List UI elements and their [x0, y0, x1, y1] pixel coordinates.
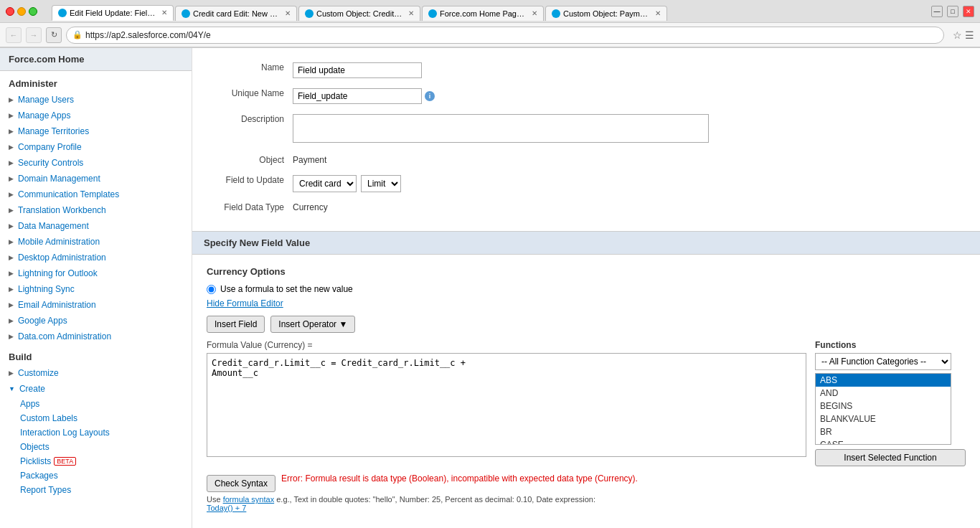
arrow-icon: ▶ [9, 159, 14, 166]
formula-syntax-link[interactable]: formula syntax [223, 495, 275, 504]
info-icon[interactable]: i [425, 91, 435, 101]
address-bar[interactable]: 🔒 https://ap2.salesforce.com/04Y/e [66, 27, 944, 44]
menu-icon[interactable]: ☰ [965, 29, 974, 41]
sidebar-item-google-apps[interactable]: ▶ Google Apps [0, 313, 192, 329]
tab-close[interactable]: ✕ [285, 9, 291, 17]
arrow-icon: ▶ [9, 369, 14, 377]
sidebar-item-label: Manage Apps [18, 110, 70, 121]
sidebar-item-company-profile[interactable]: ▶ Company Profile [0, 139, 192, 155]
sidebar-item-manage-territories[interactable]: ▶ Manage Territories [0, 123, 192, 139]
sidebar-item-manage-users[interactable]: ▶ Manage Users [0, 92, 192, 108]
sidebar-item-datacom-administration[interactable]: ▶ Data.com Administration [0, 329, 192, 344]
sidebar-item-data-management[interactable]: ▶ Data Management [0, 218, 192, 234]
nav-icons: ☆ ☰ [953, 29, 974, 41]
tab-force-home[interactable]: Force.com Home Page ~... ✕ [422, 6, 544, 21]
administer-section-title: Administer [0, 71, 192, 92]
field-data-type-row: Field Data Type Currency [207, 199, 966, 212]
sidebar-item-customize[interactable]: ▶ Customize [0, 365, 192, 381]
description-row: Description [207, 111, 966, 145]
arrow-icon: ▶ [9, 191, 14, 198]
sidebar-item-label: Desktop Administration [18, 253, 106, 263]
formula-toolbar: Insert Field Insert Operator ▼ [207, 316, 966, 333]
arrow-icon: ▶ [9, 317, 14, 324]
function-begins[interactable]: BEGINS [816, 400, 951, 412]
sidebar-item-desktop-administration[interactable]: ▶ Desktop Administration [0, 250, 192, 265]
tab-credit-card-edit[interactable]: Credit card Edit: New Cre... ✕ [175, 6, 297, 21]
sidebar-item-mobile-administration[interactable]: ▶ Mobile Administration [0, 234, 192, 250]
sidebar-sub-apps[interactable]: Apps [20, 397, 192, 411]
syntax-row: Check Syntax Error: Formula result is da… [207, 473, 966, 492]
sidebar-item-create[interactable]: ▼ Create [0, 381, 192, 397]
sidebar-sub-picklists[interactable]: Picklists BETA [20, 454, 192, 468]
sidebar-item-translation-workbench[interactable]: ▶ Translation Workbench [0, 202, 192, 218]
name-input[interactable] [293, 62, 422, 78]
maximize-btn[interactable]: □ [947, 6, 958, 17]
hide-formula-link[interactable]: Hide Formula Editor [207, 298, 283, 308]
arrow-icon: ▶ [9, 128, 14, 135]
sidebar-item-manage-apps[interactable]: ▶ Manage Apps [0, 108, 192, 123]
bookmark-icon[interactable]: ☆ [953, 29, 962, 41]
tab-close[interactable]: ✕ [161, 9, 167, 16]
sidebar-sub-objects[interactable]: Objects [20, 440, 192, 454]
minimize-btn[interactable]: — [931, 6, 943, 17]
sub-item-label: Objects [20, 442, 50, 452]
back-btn[interactable]: ← [6, 27, 22, 43]
check-syntax-btn[interactable]: Check Syntax [207, 475, 275, 492]
formula-textarea[interactable]: Credit_card_r.Limit__c = Credit_card_r.L… [207, 353, 806, 457]
insert-operator-btn[interactable]: Insert Operator ▼ [270, 316, 355, 333]
sidebar-item-lightning-for-outlook[interactable]: ▶ Lightning for Outlook [0, 265, 192, 281]
tab-icon [58, 9, 67, 17]
sidebar-home-title: Force.com Home [0, 48, 192, 71]
field-to-update-row: Field to Update Credit card Limit [207, 172, 966, 192]
function-and[interactable]: AND [816, 387, 951, 400]
unique-name-value: i [293, 85, 966, 104]
functions-select-row: -- All Function Categories -- [815, 353, 966, 370]
field-to-update-select2[interactable]: Limit [361, 175, 401, 192]
tab-label: Edit Field Update: Field up... [70, 9, 156, 17]
sidebar-sub-custom-labels[interactable]: Custom Labels [20, 411, 192, 425]
function-case[interactable]: CASE [816, 438, 951, 445]
tab-label: Force.com Home Page ~... [440, 9, 526, 18]
tab-close[interactable]: ✕ [655, 9, 661, 17]
hint-prefix: Use [207, 495, 223, 504]
insert-selected-function-btn[interactable]: Insert Selected Function [815, 449, 966, 466]
functions-category-select[interactable]: -- All Function Categories -- [815, 353, 951, 370]
date-expr-link[interactable]: Today() + 7 [207, 504, 246, 512]
tab-edit-field-update[interactable]: Edit Field Update: Field up... ✕ [52, 5, 174, 21]
sidebar-item-label: Customize [18, 368, 59, 378]
function-abs[interactable]: ABS [816, 374, 951, 387]
tab-custom-object-credit[interactable]: Custom Object: Credit ca... ✕ [298, 6, 420, 21]
description-input[interactable] [293, 114, 709, 143]
use-formula-radio[interactable] [207, 285, 216, 294]
sidebar-item-communication-templates[interactable]: ▶ Communication Templates [0, 187, 192, 202]
tab-icon [428, 9, 437, 18]
refresh-btn[interactable]: ↻ [46, 27, 62, 43]
sidebar-item-label: Create [19, 384, 45, 394]
sidebar-sub-report-types[interactable]: Report Types [20, 483, 192, 497]
close-btn[interactable]: ✕ [963, 6, 974, 17]
sidebar-item-label: Company Profile [18, 142, 82, 152]
sidebar-item-email-administration[interactable]: ▶ Email Administration [0, 297, 192, 313]
field-to-update-fields: Credit card Limit [293, 175, 966, 192]
sidebar-item-lightning-sync[interactable]: ▶ Lightning Sync [0, 281, 192, 297]
insert-field-btn[interactable]: Insert Field [207, 316, 265, 333]
sidebar-item-domain-management[interactable]: ▶ Domain Management [0, 171, 192, 187]
function-blankvalue[interactable]: BLANKVALUE [816, 412, 951, 425]
unique-name-input[interactable] [293, 88, 422, 104]
functions-list[interactable]: ABS AND BEGINS BLANKVALUE BR CASE [815, 373, 951, 445]
arrow-icon: ▶ [9, 333, 14, 340]
tab-label: Credit card Edit: New Cre... [193, 9, 279, 18]
object-label: Object [207, 152, 293, 165]
tab-close[interactable]: ✕ [408, 9, 414, 17]
create-sub-menu: Apps Custom Labels Interaction Log Layou… [0, 397, 192, 497]
function-br[interactable]: BR [816, 425, 951, 438]
tab-custom-object-payment[interactable]: Custom Object: Payment... ✕ [545, 6, 667, 21]
field-to-update-select1[interactable]: Credit card [293, 175, 357, 192]
tab-close[interactable]: ✕ [532, 9, 537, 17]
error-text: Error: Formula result is data type (Bool… [281, 473, 638, 484]
forward-btn[interactable]: → [26, 27, 42, 43]
sidebar-sub-interaction-log-layouts[interactable]: Interaction Log Layouts [20, 425, 192, 440]
sidebar-sub-packages[interactable]: Packages [20, 468, 192, 483]
sidebar-item-label: Lightning for Outlook [18, 268, 98, 278]
sidebar-item-security-controls[interactable]: ▶ Security Controls [0, 155, 192, 171]
